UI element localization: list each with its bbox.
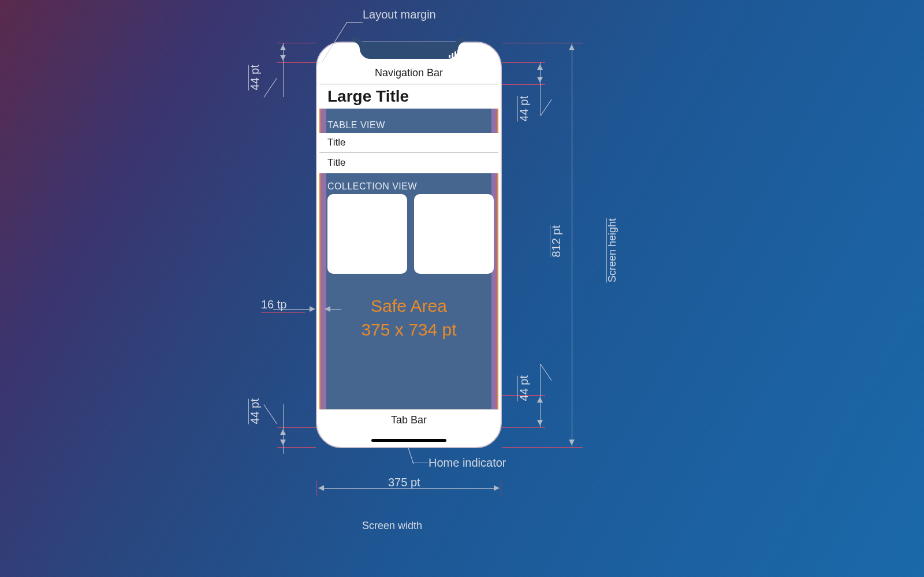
measure-tick — [502, 427, 545, 428]
underline — [261, 312, 305, 313]
collection-card — [414, 194, 494, 274]
collection-view-header: COLLECTION VIEW — [327, 181, 417, 192]
arrow-navbar-44 — [540, 65, 541, 82]
label-44pt-right-lower: 44 pt — [517, 375, 518, 401]
leader-line — [346, 22, 363, 23]
leader-line — [412, 463, 428, 463]
arrow-screen-height — [572, 45, 572, 445]
battery-icon — [476, 50, 490, 57]
label-home-indicator: Home indicator — [429, 456, 506, 470]
label-375pt: 375 pt — [388, 476, 420, 489]
arrow-statusbar-44 — [283, 45, 284, 60]
arrow-tabbar-44 — [540, 397, 541, 425]
layout-margin-left — [319, 62, 326, 431]
arrow-homeind-44 — [283, 430, 284, 445]
label-44pt-left-lower: 44 pt — [248, 399, 249, 424]
label-layout-margin: Layout margin — [363, 8, 436, 21]
label-screen-height: Screen height — [606, 218, 607, 282]
measure-tick — [502, 43, 583, 43]
leader-line — [541, 364, 552, 381]
measure-tick — [501, 481, 501, 496]
leader-line — [408, 446, 414, 464]
table-view-header: TABLE VIEW — [327, 120, 385, 131]
arrow-margin-left — [325, 309, 341, 310]
collection-card — [327, 194, 407, 274]
label-812pt: 812 pt — [550, 225, 550, 258]
leader-line — [264, 404, 277, 424]
measure-tick — [316, 481, 316, 496]
leader-line — [264, 78, 277, 98]
collection-cards — [327, 194, 494, 274]
home-indicator-bar — [371, 439, 446, 442]
iphone-frame: 9:41 Navigation Bar Large Title TABLE VI… — [316, 42, 502, 448]
label-16tp: 16 tp — [261, 298, 286, 311]
table-cell-2: Title — [319, 152, 498, 173]
measure-tick — [502, 62, 545, 63]
leader-line — [541, 99, 552, 116]
cellular-icon — [449, 50, 459, 58]
measure-tick — [502, 447, 583, 448]
status-right-icons — [449, 50, 490, 58]
label-screen-width: Screen width — [362, 520, 422, 532]
phone-content-area: Navigation Bar Large Title TABLE VIEW Ti… — [319, 62, 498, 431]
wifi-icon — [463, 50, 472, 58]
measure-tick — [502, 84, 545, 85]
tab-bar: Tab Bar — [319, 409, 498, 431]
large-title: Large Title — [319, 84, 498, 109]
status-time: 9:41 — [332, 49, 351, 59]
label-44pt-right-upper: 44 pt — [517, 96, 518, 121]
navigation-bar: Navigation Bar — [319, 62, 498, 84]
label-44pt-left-upper: 44 pt — [248, 65, 249, 90]
table-cell-1: Title — [319, 133, 498, 152]
safe-area-label: Safe Area 375 x 734 pt — [319, 295, 498, 341]
status-bar: 9:41 — [317, 44, 501, 62]
ios-layout-diagram: 9:41 Navigation Bar Large Title TABLE VI… — [0, 0, 924, 577]
